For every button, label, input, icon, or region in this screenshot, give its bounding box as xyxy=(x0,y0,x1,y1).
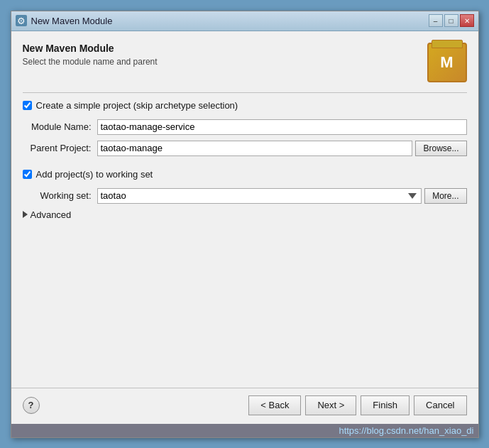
dialog-footer: ? < Back Next > Finish Cancel xyxy=(11,388,478,424)
maven-icon-inner: M xyxy=(427,43,467,82)
footer-left: ? xyxy=(23,397,40,414)
minimize-button[interactable]: – xyxy=(429,14,443,27)
module-name-input[interactable] xyxy=(97,119,467,135)
simple-project-checkbox[interactable] xyxy=(23,101,32,110)
finish-button[interactable]: Finish xyxy=(361,395,410,415)
url-bar: https://blog.csdn.net/han_xiao_di xyxy=(11,424,478,437)
page-header: New Maven Module Select the module name … xyxy=(23,43,467,82)
working-set-select[interactable]: taotao xyxy=(97,188,422,204)
dialog-content: New Maven Module Select the module name … xyxy=(11,31,478,388)
dialog-window: ⚙ New Maven Module – □ ✕ New Maven Modul… xyxy=(11,11,479,438)
footer-buttons: < Back Next > Finish Cancel xyxy=(248,395,466,415)
module-name-row: Module Name: xyxy=(23,119,467,135)
parent-project-row: Parent Project: Browse... xyxy=(23,141,467,156)
working-set-row: Working set: taotao More... xyxy=(23,188,467,204)
close-button[interactable]: ✕ xyxy=(460,14,474,27)
working-set-checkbox[interactable] xyxy=(23,170,32,179)
title-bar-controls: – □ ✕ xyxy=(429,14,474,27)
title-bar-left: ⚙ New Maven Module xyxy=(16,15,113,26)
working-set-checkbox-label[interactable]: Add project(s) to working set xyxy=(36,169,153,180)
header-divider xyxy=(23,92,467,93)
url-text: https://blog.csdn.net/han_xiao_di xyxy=(339,425,473,436)
restore-button[interactable]: □ xyxy=(444,14,458,27)
maven-icon: M xyxy=(427,43,467,82)
window-icon: ⚙ xyxy=(16,15,27,26)
page-header-text: New Maven Module Select the module name … xyxy=(23,43,158,67)
working-set-checkbox-row: Add project(s) to working set xyxy=(23,169,467,180)
working-set-label: Working set: xyxy=(23,190,97,201)
module-name-label: Module Name: xyxy=(23,121,97,132)
window-title: New Maven Module xyxy=(31,16,113,26)
advanced-label: Advanced xyxy=(31,209,72,220)
page-subtitle: Select the module name and parent xyxy=(23,57,158,67)
title-bar: ⚙ New Maven Module – □ ✕ xyxy=(11,11,478,31)
page-title: New Maven Module xyxy=(23,43,158,54)
advanced-triangle-icon xyxy=(23,211,28,218)
more-button[interactable]: More... xyxy=(424,188,466,204)
main-content-area xyxy=(23,220,467,376)
advanced-section[interactable]: Advanced xyxy=(23,209,467,220)
cancel-button[interactable]: Cancel xyxy=(414,395,466,415)
help-button[interactable]: ? xyxy=(23,397,40,414)
next-button[interactable]: Next > xyxy=(305,395,356,415)
simple-project-row: Create a simple project (skip archetype … xyxy=(23,100,467,111)
simple-project-label[interactable]: Create a simple project (skip archetype … xyxy=(36,100,238,111)
back-button[interactable]: < Back xyxy=(248,395,301,415)
browse-button[interactable]: Browse... xyxy=(415,141,466,156)
parent-project-input[interactable] xyxy=(97,141,413,156)
parent-project-label: Parent Project: xyxy=(23,143,97,153)
